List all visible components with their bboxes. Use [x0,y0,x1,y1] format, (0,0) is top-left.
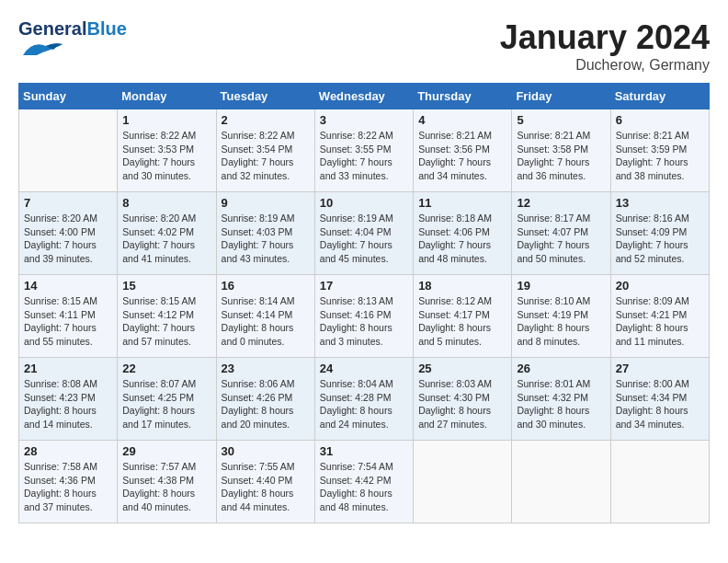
day-info: Sunrise: 8:07 AMSunset: 4:25 PMDaylight:… [122,377,210,431]
calendar-cell: 12Sunrise: 8:17 AMSunset: 4:07 PMDayligh… [512,192,610,275]
day-number: 17 [320,279,408,293]
day-header-tuesday: Tuesday [216,84,314,109]
logo-blue-text: Blue [86,18,126,39]
day-info: Sunrise: 8:20 AMSunset: 4:00 PMDaylight:… [24,212,112,266]
day-number: 24 [320,362,408,375]
day-info: Sunrise: 8:16 AMSunset: 4:09 PMDaylight:… [616,212,704,266]
day-info: Sunrise: 8:22 AMSunset: 3:54 PMDaylight:… [222,129,310,183]
calendar-cell: 26Sunrise: 8:01 AMSunset: 4:32 PMDayligh… [512,358,610,441]
calendar-cell: 9Sunrise: 8:19 AMSunset: 4:03 PMDaylight… [216,192,314,275]
day-header-thursday: Thursday [414,84,512,109]
calendar-cell: 29Sunrise: 7:57 AMSunset: 4:38 PMDayligh… [118,441,216,523]
day-info: Sunrise: 8:21 AMSunset: 3:59 PMDaylight:… [616,129,704,183]
day-header-sunday: Sunday [19,84,118,109]
calendar-cell: 22Sunrise: 8:07 AMSunset: 4:25 PMDayligh… [118,358,216,441]
day-info: Sunrise: 7:58 AMSunset: 4:36 PMDaylight:… [24,460,112,514]
day-header-monday: Monday [118,84,216,109]
day-info: Sunrise: 8:22 AMSunset: 3:53 PMDaylight:… [122,129,210,183]
calendar-cell [512,441,610,523]
calendar-cell: 2Sunrise: 8:22 AMSunset: 3:54 PMDaylight… [216,109,314,192]
calendar-cell: 11Sunrise: 8:18 AMSunset: 4:06 PMDayligh… [414,192,512,275]
day-number: 29 [122,444,210,458]
calendar-cell: 4Sunrise: 8:21 AMSunset: 3:56 PMDaylight… [414,109,512,192]
day-number: 23 [222,362,310,375]
day-info: Sunrise: 7:57 AMSunset: 4:38 PMDaylight:… [122,460,210,514]
day-info: Sunrise: 8:20 AMSunset: 4:02 PMDaylight:… [122,212,210,266]
day-number: 22 [122,362,210,375]
calendar-cell: 23Sunrise: 8:06 AMSunset: 4:26 PMDayligh… [216,358,314,441]
day-number: 28 [24,444,112,458]
day-info: Sunrise: 7:54 AMSunset: 4:42 PMDaylight:… [320,460,408,514]
day-number: 18 [418,279,506,293]
calendar-cell: 19Sunrise: 8:10 AMSunset: 4:19 PMDayligh… [512,275,610,358]
day-number: 12 [517,196,605,210]
day-number: 4 [418,113,506,127]
day-number: 7 [24,196,112,210]
day-info: Sunrise: 8:15 AMSunset: 4:11 PMDaylight:… [24,294,112,349]
title-section: January 2024 Ducherow, Germany [500,18,710,74]
day-number: 20 [616,279,704,293]
calendar-cell: 3Sunrise: 8:22 AMSunset: 3:55 PMDaylight… [314,109,413,192]
day-info: Sunrise: 8:01 AMSunset: 4:32 PMDaylight:… [517,377,605,431]
day-number: 6 [616,113,704,127]
day-info: Sunrise: 8:08 AMSunset: 4:23 PMDaylight:… [24,377,112,431]
calendar-cell: 17Sunrise: 8:13 AMSunset: 4:16 PMDayligh… [314,275,413,358]
day-number: 16 [222,279,310,293]
day-number: 30 [222,444,310,458]
day-info: Sunrise: 8:03 AMSunset: 4:30 PMDaylight:… [418,377,506,431]
day-number: 3 [320,113,408,127]
day-header-wednesday: Wednesday [314,84,413,109]
day-number: 25 [418,362,506,375]
calendar-cell: 7Sunrise: 8:20 AMSunset: 4:00 PMDaylight… [19,192,118,275]
page-header: GeneralBlue January 2024 Ducherow, Germa… [18,18,710,74]
logo: GeneralBlue [18,18,127,63]
day-info: Sunrise: 8:19 AMSunset: 4:03 PMDaylight:… [222,212,310,266]
day-number: 19 [517,279,605,293]
calendar-cell: 8Sunrise: 8:20 AMSunset: 4:02 PMDaylight… [118,192,216,275]
day-number: 10 [320,196,408,210]
day-info: Sunrise: 8:19 AMSunset: 4:04 PMDaylight:… [320,212,408,266]
day-info: Sunrise: 8:00 AMSunset: 4:34 PMDaylight:… [616,377,704,431]
logo-general-text: General [18,18,86,39]
calendar-cell: 16Sunrise: 8:14 AMSunset: 4:14 PMDayligh… [216,275,314,358]
day-number: 9 [222,196,310,210]
day-info: Sunrise: 8:22 AMSunset: 3:55 PMDaylight:… [320,129,408,183]
day-number: 13 [616,196,704,210]
logo-bird-icon [18,39,64,59]
day-header-saturday: Saturday [610,84,709,109]
day-number: 11 [418,196,506,210]
day-info: Sunrise: 8:17 AMSunset: 4:07 PMDaylight:… [517,212,605,266]
day-number: 14 [24,279,112,293]
calendar-cell: 31Sunrise: 7:54 AMSunset: 4:42 PMDayligh… [314,441,413,523]
calendar-cell: 6Sunrise: 8:21 AMSunset: 3:59 PMDaylight… [610,109,709,192]
day-info: Sunrise: 8:06 AMSunset: 4:26 PMDaylight:… [222,377,310,431]
calendar-cell: 14Sunrise: 8:15 AMSunset: 4:11 PMDayligh… [19,275,118,358]
day-info: Sunrise: 8:10 AMSunset: 4:19 PMDaylight:… [517,294,605,349]
calendar-cell: 21Sunrise: 8:08 AMSunset: 4:23 PMDayligh… [19,358,118,441]
calendar-cell: 1Sunrise: 8:22 AMSunset: 3:53 PMDaylight… [118,109,216,192]
day-number: 21 [24,362,112,375]
calendar-cell: 10Sunrise: 8:19 AMSunset: 4:04 PMDayligh… [314,192,413,275]
day-number: 2 [222,113,310,127]
day-number: 26 [517,362,605,375]
day-info: Sunrise: 7:55 AMSunset: 4:40 PMDaylight:… [222,460,310,514]
day-info: Sunrise: 8:21 AMSunset: 3:58 PMDaylight:… [517,129,605,183]
calendar-cell: 5Sunrise: 8:21 AMSunset: 3:58 PMDaylight… [512,109,610,192]
calendar-cell: 20Sunrise: 8:09 AMSunset: 4:21 PMDayligh… [610,275,709,358]
day-number: 5 [517,113,605,127]
day-info: Sunrise: 8:04 AMSunset: 4:28 PMDaylight:… [320,377,408,431]
day-number: 15 [122,279,210,293]
calendar-cell: 27Sunrise: 8:00 AMSunset: 4:34 PMDayligh… [610,358,709,441]
day-info: Sunrise: 8:12 AMSunset: 4:17 PMDaylight:… [418,294,506,349]
calendar-cell: 28Sunrise: 7:58 AMSunset: 4:36 PMDayligh… [19,441,118,523]
day-info: Sunrise: 8:21 AMSunset: 3:56 PMDaylight:… [418,129,506,183]
calendar-cell: 13Sunrise: 8:16 AMSunset: 4:09 PMDayligh… [610,192,709,275]
location-label: Ducherow, Germany [500,57,710,74]
day-number: 1 [122,113,210,127]
day-info: Sunrise: 8:14 AMSunset: 4:14 PMDaylight:… [222,294,310,349]
calendar-cell: 15Sunrise: 8:15 AMSunset: 4:12 PMDayligh… [118,275,216,358]
day-info: Sunrise: 8:18 AMSunset: 4:06 PMDaylight:… [418,212,506,266]
day-info: Sunrise: 8:09 AMSunset: 4:21 PMDaylight:… [616,294,704,349]
calendar-cell: 24Sunrise: 8:04 AMSunset: 4:28 PMDayligh… [314,358,413,441]
day-number: 8 [122,196,210,210]
